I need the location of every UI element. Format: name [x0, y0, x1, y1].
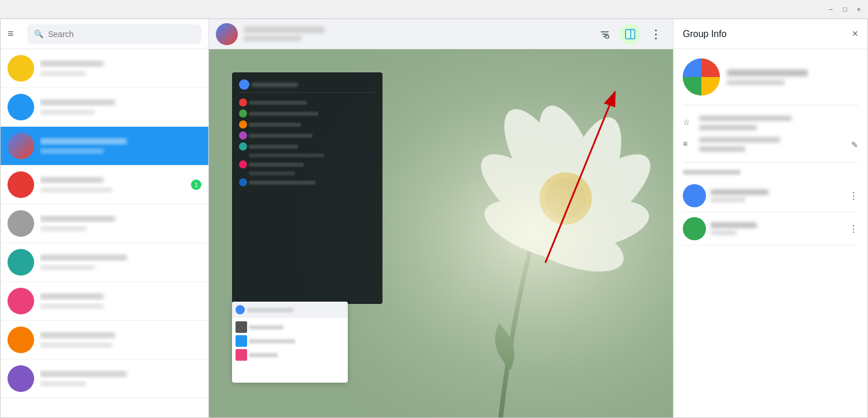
search-input[interactable]	[48, 30, 194, 39]
chat-list: 1	[1, 49, 208, 417]
chat-preview-3	[40, 147, 196, 155]
info-edit-button[interactable]: ✎	[851, 140, 858, 149]
divider-1	[683, 105, 858, 105]
group-info-avatar[interactable]	[683, 58, 720, 96]
chat-name-4	[40, 175, 185, 185]
chat-item-7[interactable]	[1, 282, 208, 321]
messages-overlay	[232, 72, 382, 304]
minimize-button[interactable]: −	[826, 5, 836, 14]
titlebar: − □ ×	[0, 0, 868, 19]
chat-info-2	[40, 98, 196, 116]
right-panel-header: Group Info ×	[674, 19, 867, 49]
svg-rect-19	[683, 58, 701, 77]
chat-bg-content	[209, 49, 673, 417]
header-actions: ⋮	[594, 24, 666, 45]
group-sub	[727, 80, 785, 85]
chat-avatar-4	[8, 171, 34, 198]
sidebar-header: ≡ 🔍	[1, 19, 208, 49]
more-options-button[interactable]: ⋮	[645, 24, 666, 45]
chat-item-2[interactable]	[1, 88, 208, 127]
chat-item-9[interactable]	[1, 360, 208, 398]
member-info-1	[711, 189, 844, 202]
chat-item-1[interactable]	[1, 49, 208, 88]
member-info-2	[711, 222, 844, 235]
chat-preview-9	[40, 380, 196, 388]
chat-info-8	[40, 331, 196, 349]
chat-preview-5	[40, 225, 196, 233]
member-row-2: ⋮	[683, 212, 858, 245]
chat-header-avatar[interactable]	[216, 23, 238, 45]
chat-avatar-3	[8, 133, 34, 159]
chat-preview-2	[40, 108, 196, 116]
chat-item-3[interactable]	[1, 127, 208, 166]
svg-rect-0	[601, 31, 609, 32]
chat-preview-8	[40, 341, 196, 349]
chat-avatar-5	[8, 210, 34, 237]
chat-preview-1	[40, 69, 196, 78]
svg-rect-20	[701, 58, 720, 77]
chat-item-5[interactable]	[1, 204, 208, 243]
member-more-button-2[interactable]: ⋮	[849, 223, 858, 234]
mini-chat-body	[232, 318, 348, 364]
chat-preview-6	[40, 263, 196, 272]
info-text-1	[699, 116, 858, 130]
chat-info-4	[40, 175, 185, 194]
chat-header-status	[244, 35, 589, 43]
chat-avatar-6	[8, 249, 34, 276]
right-panel-title: Group Info	[683, 29, 845, 39]
star-icon: ☆	[683, 118, 694, 129]
chat-name-2	[40, 98, 196, 107]
filter-icon[interactable]	[594, 24, 615, 45]
panel-toggle-button[interactable]	[620, 24, 641, 45]
search-box[interactable]: 🔍	[27, 24, 201, 44]
chat-info-3	[40, 137, 196, 155]
svg-rect-4	[626, 30, 635, 39]
chat-avatar-8	[8, 327, 34, 353]
divider-2	[683, 162, 858, 163]
chat-preview-4	[40, 186, 185, 194]
chat-header-name	[244, 25, 589, 35]
member-more-button-1[interactable]: ⋮	[849, 190, 858, 201]
list-icon: ≡	[683, 139, 694, 151]
chat-name-7	[40, 292, 196, 301]
right-panel: Group Info ×	[673, 19, 867, 417]
chat-name-8	[40, 331, 196, 340]
info-row-2: ≡ ✎	[683, 134, 858, 155]
member-avatar-1	[683, 184, 706, 207]
chat-info-5	[40, 214, 196, 233]
chat-avatar-9	[8, 365, 34, 392]
right-panel-body: ☆ ≡ ✎	[674, 49, 867, 417]
chat-avatar-1	[8, 55, 34, 82]
chat-name-6	[40, 253, 196, 262]
chat-header-info	[244, 25, 589, 43]
group-info-header	[683, 58, 858, 96]
chat-info-9	[40, 369, 196, 388]
chat-info-6	[40, 253, 196, 272]
app-container: ≡ 🔍	[0, 19, 868, 418]
info-row-1: ☆	[683, 112, 858, 134]
hamburger-icon[interactable]: ≡	[8, 28, 21, 40]
chat-meta-4: 1	[191, 179, 201, 190]
chat-name-3	[40, 137, 196, 146]
maximize-button[interactable]: □	[840, 5, 849, 14]
right-panel-close-button[interactable]: ×	[852, 28, 858, 40]
chat-name-1	[40, 59, 196, 68]
svg-rect-21	[683, 77, 701, 96]
window-close-button[interactable]: ×	[854, 5, 863, 14]
svg-rect-22	[701, 77, 720, 96]
chat-preview-7	[40, 302, 196, 310]
chat-item-6[interactable]	[1, 243, 208, 282]
chat-avatar-7	[8, 288, 34, 314]
mini-chat-window	[232, 302, 348, 383]
members-label	[683, 170, 858, 175]
member-avatar-2	[683, 217, 706, 240]
search-icon: 🔍	[34, 30, 43, 38]
group-info-text	[727, 69, 808, 85]
chat-avatar-2	[8, 94, 34, 120]
chat-item-8[interactable]	[1, 321, 208, 360]
chat-info-1	[40, 59, 196, 78]
chat-name-5	[40, 214, 196, 223]
chat-background	[209, 49, 673, 417]
chat-header: ⋮	[209, 19, 673, 49]
chat-item-4[interactable]: 1	[1, 166, 208, 204]
